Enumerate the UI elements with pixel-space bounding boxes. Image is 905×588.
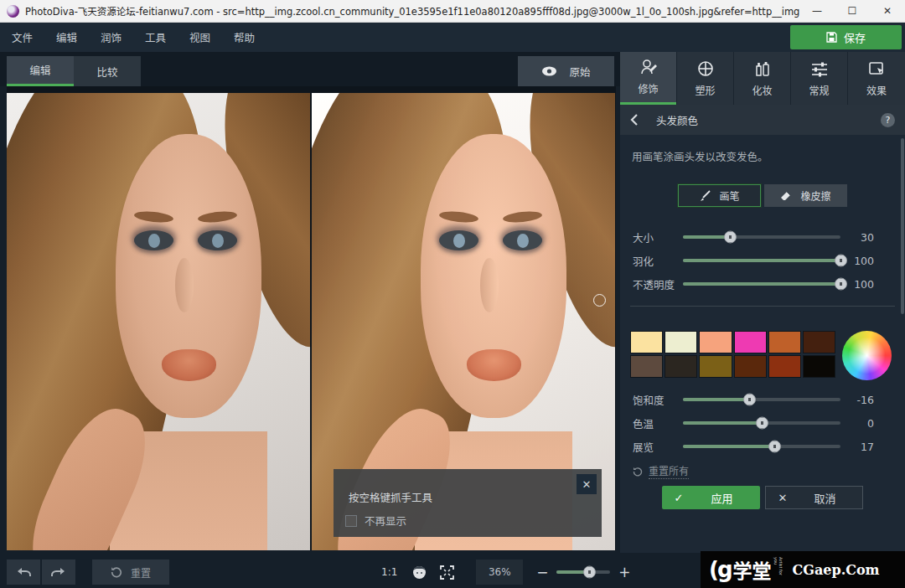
floppy-icon — [826, 32, 837, 43]
eye-icon — [541, 66, 557, 76]
zoom-out-button[interactable]: − — [535, 564, 550, 580]
menu-bar: 文件 编辑 润饰 工具 视图 帮助 保存 — [0, 23, 905, 52]
color-swatch[interactable] — [768, 355, 801, 378]
menu-file[interactable]: 文件 — [12, 29, 33, 45]
menu-tools[interactable]: 工具 — [145, 29, 166, 45]
help-icon[interactable]: ? — [881, 113, 895, 127]
opacity-slider[interactable] — [683, 282, 840, 286]
panel-header: 头发颜色 ? — [620, 105, 905, 135]
reset-all-link[interactable]: 重置所有 — [633, 463, 689, 479]
apply-button[interactable]: ✓ 应用 — [662, 486, 760, 509]
feather-slider-row: 羽化 100 — [620, 252, 905, 269]
slider-thumb[interactable] — [724, 231, 737, 244]
retouch-icon — [639, 59, 658, 75]
brush-button[interactable]: 画笔 — [678, 184, 761, 207]
dont-show-checkbox[interactable] — [345, 515, 357, 527]
minimize-button[interactable]: — — [799, 0, 835, 23]
fit-screen-button[interactable] — [440, 565, 454, 580]
check-icon: ✓ — [662, 492, 696, 504]
title-bar: PhotoDiva-飞天资源论坛-feitianwu7.com - src=ht… — [0, 0, 905, 23]
zoom-slider-thumb[interactable] — [583, 566, 596, 579]
tooltip-text: 按空格键抓手工具 — [349, 489, 432, 505]
reset-button[interactable]: 重置 — [92, 560, 169, 585]
hair-color-panel: 头发颜色 ? 用画笔涂画头发以改变发色。 画笔 橡皮擦 大小 30 羽化 — [620, 105, 905, 553]
size-slider-row: 大小 30 — [620, 229, 905, 245]
maximize-button[interactable]: ☐ — [835, 0, 870, 23]
zoom-value[interactable]: 36% — [476, 560, 523, 585]
close-button[interactable]: ✕ — [870, 0, 905, 23]
zoom-slider[interactable] — [556, 570, 610, 574]
color-swatch[interactable] — [665, 355, 697, 378]
undo-icon — [15, 567, 32, 578]
window-title: PhotoDiva-飞天资源论坛-feitianwu7.com - src=ht… — [25, 4, 799, 18]
effects-icon — [868, 60, 886, 77]
fit-face-button[interactable] — [412, 565, 427, 580]
tab-compare[interactable]: 比较 — [74, 56, 141, 86]
panel-tab-general[interactable]: 常规 — [791, 52, 847, 105]
menu-view[interactable]: 视图 — [189, 29, 210, 45]
color-swatch[interactable] — [630, 331, 663, 353]
app-icon — [7, 5, 19, 18]
temperature-slider-row: 色温 0 — [620, 415, 905, 431]
tab-edit[interactable]: 编辑 — [7, 56, 74, 86]
color-swatch[interactable] — [734, 355, 767, 378]
dont-show-label: 不再显示 — [365, 513, 406, 529]
color-swatch[interactable] — [699, 331, 732, 353]
size-slider[interactable] — [683, 235, 840, 239]
color-swatch[interactable] — [630, 355, 663, 378]
menu-retouch[interactable]: 润饰 — [101, 29, 122, 45]
saturation-slider[interactable] — [683, 398, 840, 401]
tooltip-close-button[interactable]: ✕ — [577, 474, 597, 494]
cancel-button[interactable]: ✕ 取消 — [765, 486, 863, 509]
panel-title: 头发颜色 — [656, 112, 881, 128]
menu-edit[interactable]: 编辑 — [56, 29, 77, 45]
watermark-site: CGaep.Com — [793, 562, 880, 578]
redo-icon — [50, 567, 67, 578]
panel-tab-makeup[interactable]: 化妆 — [734, 52, 790, 105]
before-image[interactable] — [7, 93, 310, 550]
hand-tool-tooltip: ✕ 按空格键抓手工具 不再显示 — [334, 469, 602, 537]
redo-button[interactable] — [42, 560, 75, 585]
temperature-slider[interactable] — [683, 421, 840, 425]
menu-help[interactable]: 帮助 — [234, 29, 255, 45]
original-preview-button[interactable]: 原始 — [518, 56, 614, 86]
color-swatch[interactable] — [699, 355, 732, 378]
makeup-icon — [754, 60, 771, 77]
slider-thumb[interactable] — [756, 417, 768, 430]
saturation-slider-row: 饱和度 -16 — [620, 391, 905, 408]
feather-slider[interactable] — [683, 259, 840, 262]
opacity-slider-row: 不透明度 100 — [620, 276, 905, 292]
color-swatch[interactable] — [665, 331, 697, 353]
luminance-slider-row: 展览 17 — [620, 438, 905, 455]
back-button[interactable] — [630, 114, 638, 126]
reset-icon — [633, 467, 643, 477]
color-swatch[interactable] — [734, 331, 767, 353]
watermark-tagline: Artist for you — [773, 557, 783, 582]
color-swatch[interactable] — [803, 355, 835, 378]
zoom-1to1-button[interactable]: 1:1 — [381, 566, 397, 578]
color-swatch[interactable] — [768, 331, 801, 353]
face-icon — [412, 565, 427, 580]
sculpt-icon — [697, 60, 714, 77]
panel-tab-sculpt[interactable]: 塑形 — [677, 52, 733, 105]
panel-description: 用画笔涂画头发以改变发色。 — [632, 148, 768, 164]
color-swatch[interactable] — [803, 331, 835, 353]
panel-tab-effects[interactable]: 效果 — [848, 52, 905, 105]
color-wheel[interactable] — [842, 331, 892, 380]
slider-thumb[interactable] — [768, 441, 781, 453]
panel-tab-retouch[interactable]: 修饰 — [620, 52, 676, 105]
save-button[interactable]: 保存 — [790, 25, 902, 49]
slider-thumb[interactable] — [835, 255, 847, 267]
undo-button[interactable] — [7, 560, 40, 585]
eraser-button[interactable]: 橡皮擦 — [764, 184, 847, 207]
slider-thumb[interactable] — [743, 394, 756, 406]
reset-icon — [111, 566, 122, 578]
panel-tab-bar: 修饰 塑形 化妆 常规 效果 — [620, 52, 905, 105]
chevron-left-icon — [630, 114, 638, 126]
slider-thumb[interactable] — [835, 278, 847, 291]
watermark-logo: (g — [709, 557, 732, 582]
section-divider — [630, 306, 895, 307]
luminance-slider[interactable] — [683, 445, 840, 448]
zoom-in-button[interactable]: + — [617, 564, 632, 580]
x-icon: ✕ — [766, 492, 799, 504]
